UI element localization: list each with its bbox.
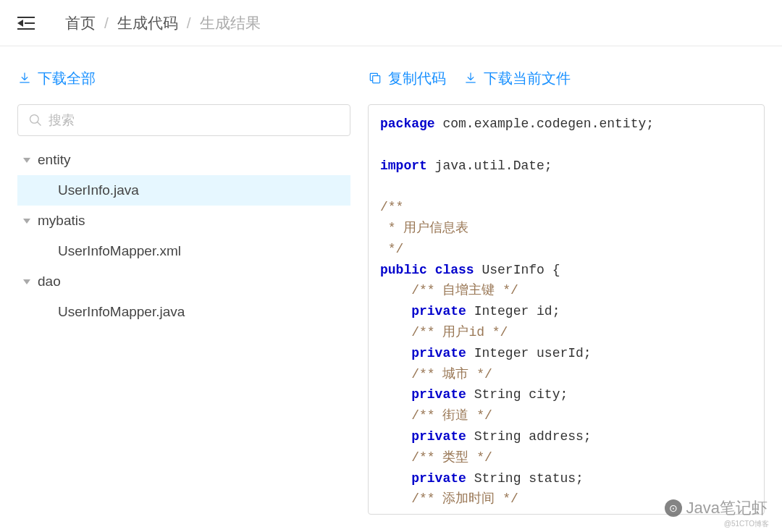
tree-file-userinfo-java[interactable]: UserInfo.java [17, 175, 350, 206]
left-action-bar: 下载全部 [17, 64, 350, 93]
tree-file-userinfomapper-xml[interactable]: UserInfoMapper.xml [17, 236, 350, 266]
wechat-icon: ⊙ [665, 499, 682, 517]
chevron-down-icon [23, 219, 30, 224]
search-input[interactable] [49, 113, 340, 128]
code-token: private [411, 346, 466, 360]
code-comment: /** 街道 */ [380, 408, 492, 423]
download-icon [17, 71, 32, 85]
code-token: UserInfo { [474, 263, 560, 277]
breadcrumb: 首页 / 生成代码 / 生成结果 [65, 13, 261, 33]
folder-label: entity [38, 152, 70, 168]
tree-file-userinfomapper-java[interactable]: UserInfoMapper.java [17, 297, 350, 327]
copy-icon [368, 71, 382, 85]
download-icon [463, 71, 478, 85]
code-comment: */ [380, 242, 403, 256]
code-token: Integer userId; [466, 346, 592, 360]
right-panel: 复制代码 下载当前文件 package com.example.codegen.… [368, 64, 765, 515]
code-token: package [380, 117, 435, 131]
code-comment: * 用户信息表 [380, 221, 468, 235]
watermark: ⊙ Java笔记虾 [665, 497, 768, 519]
breadcrumb-current: 生成结果 [200, 13, 261, 33]
code-token: class [435, 263, 474, 277]
code-viewer[interactable]: package com.example.codegen.entity; impo… [368, 104, 765, 515]
main-content: 下载全部 entity UserInfo.java mybatis UserIn… [0, 46, 782, 532]
breadcrumb-item-generate[interactable]: 生成代码 [117, 13, 178, 33]
file-tree: entity UserInfo.java mybatis UserInfoMap… [17, 145, 350, 327]
download-all-label: 下载全部 [38, 69, 96, 88]
code-token: String address; [466, 429, 592, 444]
right-action-bar: 复制代码 下载当前文件 [368, 64, 765, 93]
watermark-text: Java笔记虾 [686, 497, 768, 519]
chevron-down-icon [23, 279, 30, 284]
code-token: private [411, 387, 466, 402]
code-token: Integer id; [466, 304, 560, 318]
copy-code-label: 复制代码 [388, 69, 446, 88]
code-token: private [411, 429, 466, 444]
code-comment: /** 添加时间 */ [380, 491, 518, 506]
code-comment: /** 自增主键 */ [380, 283, 518, 297]
header: 首页 / 生成代码 / 生成结果 [0, 0, 782, 46]
left-panel: 下载全部 entity UserInfo.java mybatis UserIn… [17, 64, 350, 515]
breadcrumb-separator: / [187, 14, 191, 32]
code-comment: /** [380, 200, 403, 214]
code-token: import [380, 159, 427, 173]
svg-point-0 [30, 115, 39, 124]
watermark-sub: @51CTO博客 [724, 519, 769, 529]
search-box[interactable] [17, 104, 350, 136]
breadcrumb-item-home[interactable]: 首页 [65, 13, 96, 33]
menu-toggle-icon[interactable] [17, 17, 35, 30]
svg-rect-1 [373, 76, 380, 83]
download-current-button[interactable]: 下载当前文件 [463, 69, 571, 88]
code-token: String status; [466, 471, 584, 486]
folder-label: dao [38, 274, 61, 290]
code-token: Date createTime; [466, 512, 600, 515]
code-token: String city; [466, 387, 568, 402]
code-token: private [411, 512, 466, 515]
chevron-down-icon [23, 158, 30, 163]
folder-label: mybatis [38, 213, 85, 229]
tree-folder-entity[interactable]: entity [17, 145, 350, 175]
code-token: private [411, 471, 466, 486]
tree-folder-dao[interactable]: dao [17, 266, 350, 297]
code-token: java.util.Date; [427, 159, 552, 173]
code-comment: /** 类型 */ [380, 450, 492, 465]
code-token: private [411, 304, 466, 318]
code-token: public [380, 263, 427, 277]
download-current-label: 下载当前文件 [484, 69, 571, 88]
breadcrumb-separator: / [104, 14, 109, 32]
code-comment: /** 城市 */ [380, 367, 492, 381]
search-icon [28, 113, 43, 127]
code-token: com.example.codegen.entity; [435, 117, 654, 131]
code-comment: /** 用户id */ [380, 325, 508, 339]
copy-code-button[interactable]: 复制代码 [368, 69, 446, 88]
download-all-button[interactable]: 下载全部 [17, 69, 96, 88]
tree-folder-mybatis[interactable]: mybatis [17, 206, 350, 236]
